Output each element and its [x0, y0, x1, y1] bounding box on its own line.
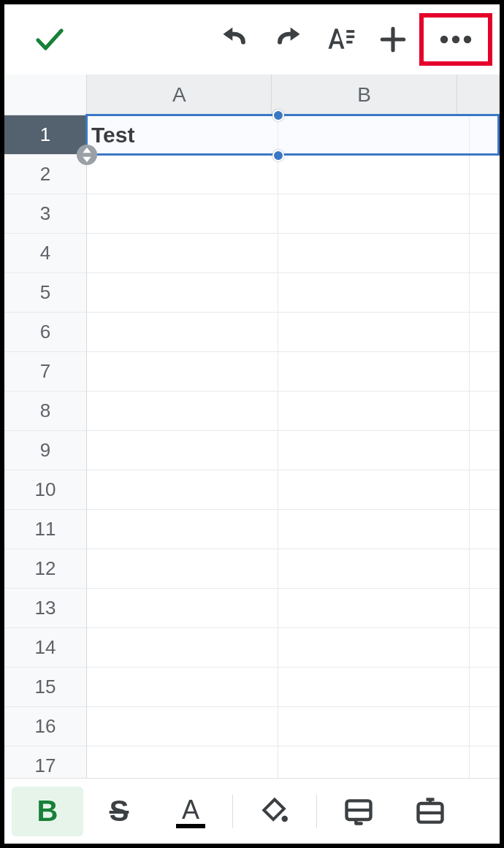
svg-rect-1	[346, 36, 354, 39]
cell-b5[interactable]	[278, 273, 470, 313]
cell-area: Test	[87, 115, 500, 778]
row-header-4[interactable]: 4	[4, 234, 87, 273]
cell-a15[interactable]	[87, 668, 278, 707]
cell-b16[interactable]	[278, 707, 470, 746]
row-8	[87, 391, 500, 431]
cell-b12[interactable]	[278, 549, 470, 589]
row-header-2[interactable]: 2	[4, 155, 87, 194]
selection-handle-top[interactable]	[272, 110, 284, 121]
row-header-14[interactable]: 14	[4, 628, 87, 668]
cell-b9[interactable]	[278, 431, 470, 470]
strikethrough-button[interactable]: S	[83, 787, 155, 836]
cell-a11[interactable]	[87, 510, 278, 549]
row-2	[87, 155, 500, 194]
row-header-3[interactable]: 3	[4, 194, 87, 234]
row-header-6[interactable]: 6	[4, 313, 87, 352]
top-toolbar	[4, 4, 500, 75]
row-header-16[interactable]: 16	[4, 707, 87, 746]
cell-b11[interactable]	[278, 510, 470, 549]
row-header-10[interactable]: 10	[4, 470, 87, 510]
cell-a1[interactable]: Test	[87, 115, 278, 155]
cell-a3[interactable]	[87, 194, 278, 234]
cell-a16[interactable]	[87, 707, 278, 746]
cell-border-button[interactable]	[323, 787, 394, 836]
row-header-5[interactable]: 5	[4, 273, 87, 313]
cell-b14[interactable]	[278, 628, 470, 668]
row-17	[87, 746, 500, 778]
row-header-12[interactable]: 12	[4, 549, 87, 589]
text-format-icon	[323, 23, 358, 56]
row-header-8[interactable]: 8	[4, 391, 87, 431]
cell-a14[interactable]	[87, 628, 278, 668]
fill-color-button[interactable]	[239, 787, 310, 836]
undo-icon	[216, 23, 254, 56]
row-headers: 1 2 3 4 5 6 7 8 9 10 11 12 13 14 15 16 1…	[4, 115, 87, 778]
svg-rect-0	[346, 30, 354, 33]
row-1: Test	[87, 115, 500, 155]
cell-b15[interactable]	[278, 668, 470, 707]
column-header-a[interactable]: A	[87, 75, 272, 115]
row-header-11[interactable]: 11	[4, 510, 87, 549]
cell-a9[interactable]	[87, 431, 278, 470]
undo-button[interactable]	[209, 13, 261, 66]
column-header-c-partial[interactable]	[457, 75, 500, 115]
cell-b1[interactable]	[278, 115, 470, 155]
cell-b7[interactable]	[278, 352, 470, 391]
cell-b4[interactable]	[278, 234, 470, 273]
cell-a10[interactable]	[87, 470, 278, 510]
text-color-button[interactable]: A	[155, 787, 226, 836]
text-color-label: A	[182, 795, 199, 825]
check-icon	[32, 22, 67, 57]
cell-a8[interactable]	[87, 391, 278, 431]
row-header-7[interactable]: 7	[4, 352, 87, 391]
cell-a5[interactable]	[87, 273, 278, 313]
cell-b17[interactable]	[278, 746, 470, 778]
cell-a7[interactable]	[87, 352, 278, 391]
row-header-17[interactable]: 17	[4, 746, 87, 778]
text-format-button[interactable]	[314, 13, 367, 66]
row-resize-handle[interactable]	[77, 145, 97, 165]
redo-button[interactable]	[261, 13, 314, 66]
row-12	[87, 549, 500, 589]
toolbar-divider-1	[232, 795, 233, 828]
accept-button[interactable]	[23, 13, 76, 66]
row-3	[87, 194, 500, 234]
cell-border-icon	[343, 795, 375, 828]
cell-a6[interactable]	[87, 313, 278, 352]
row-9	[87, 431, 500, 470]
selection-handle-bottom[interactable]	[272, 150, 284, 161]
cell-b8[interactable]	[278, 391, 470, 431]
cell-a13[interactable]	[87, 589, 278, 628]
column-header-b[interactable]: B	[272, 75, 457, 115]
row-6	[87, 313, 500, 352]
row-14	[87, 628, 500, 668]
cell-a2[interactable]	[87, 155, 278, 194]
merge-cells-icon	[414, 795, 446, 828]
cell-a17[interactable]	[87, 746, 278, 778]
row-header-9[interactable]: 9	[4, 431, 87, 470]
insert-button[interactable]	[367, 13, 419, 66]
row-15	[87, 668, 500, 707]
select-all-corner[interactable]	[4, 75, 87, 115]
fill-color-icon	[259, 795, 291, 828]
cell-b3[interactable]	[278, 194, 470, 234]
annotation-highlight	[419, 13, 492, 66]
cell-b10[interactable]	[278, 470, 470, 510]
strike-label: S	[110, 795, 129, 828]
spreadsheet-grid[interactable]: A B 1 2 3 4 5 6 7 8 9 10 11 12 13 14 15 …	[4, 75, 500, 778]
row-header-13[interactable]: 13	[4, 589, 87, 628]
resize-arrows-icon	[81, 148, 93, 162]
cell-a4[interactable]	[87, 234, 278, 273]
bold-button[interactable]: B	[12, 787, 83, 836]
row-header-1[interactable]: 1	[4, 115, 87, 155]
cell-b6[interactable]	[278, 313, 470, 352]
merge-cells-button[interactable]	[394, 787, 466, 836]
cell-b2[interactable]	[278, 155, 470, 194]
row-11	[87, 510, 500, 549]
bold-label: B	[37, 795, 58, 828]
cell-b13[interactable]	[278, 589, 470, 628]
row-7	[87, 352, 500, 391]
cell-a12[interactable]	[87, 549, 278, 589]
plus-icon	[377, 23, 409, 56]
row-header-15[interactable]: 15	[4, 668, 87, 707]
